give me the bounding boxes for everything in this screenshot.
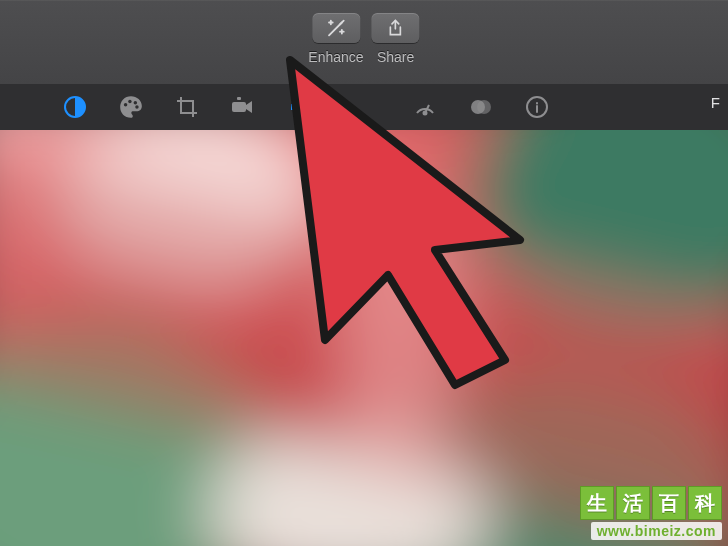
- overlap-icon: [468, 95, 494, 119]
- svg-point-9: [477, 100, 491, 114]
- enhance-label: Enhance: [308, 49, 363, 65]
- speed-tool[interactable]: [412, 94, 438, 120]
- right-indicator: F: [711, 94, 720, 111]
- titlebar-button-group: Enhance Share: [308, 13, 419, 65]
- contrast-icon: [63, 95, 87, 119]
- enhance-group: Enhance: [308, 13, 363, 65]
- share-button[interactable]: [372, 13, 420, 43]
- share-label: Share: [377, 49, 414, 65]
- watermark-chars: 生 活 百 科: [580, 486, 722, 520]
- palette-tool[interactable]: [118, 94, 144, 120]
- overlap-tool[interactable]: [468, 94, 494, 120]
- wm-char-3: 科: [688, 486, 722, 520]
- share-icon: [386, 17, 406, 39]
- video-icon: [230, 95, 256, 119]
- watermark-url: www.bimeiz.com: [591, 522, 722, 540]
- speedometer-icon: [412, 95, 438, 119]
- contrast-tool[interactable]: [62, 94, 88, 120]
- wand-icon: [325, 17, 347, 39]
- audio-tool[interactable]: [286, 94, 312, 120]
- palette-icon: [118, 94, 144, 120]
- audio-icon: [287, 95, 311, 119]
- svg-point-3: [134, 101, 137, 104]
- svg-point-7: [424, 112, 427, 115]
- svg-rect-6: [237, 97, 241, 100]
- wm-char-1: 活: [616, 486, 650, 520]
- wm-char-2: 百: [652, 486, 686, 520]
- crop-icon: [175, 95, 199, 119]
- canvas-area[interactable]: [0, 130, 728, 546]
- info-tool[interactable]: [524, 94, 550, 120]
- crop-tool[interactable]: [174, 94, 200, 120]
- video-tool[interactable]: [230, 94, 256, 120]
- photo-content: [0, 130, 728, 546]
- svg-point-4: [135, 105, 138, 108]
- info-icon: [525, 95, 549, 119]
- svg-rect-5: [232, 102, 246, 112]
- tool-row: [0, 84, 728, 131]
- wm-char-0: 生: [580, 486, 614, 520]
- svg-point-1: [124, 103, 127, 106]
- watermark: 生 活 百 科 www.bimeiz.com: [580, 486, 722, 540]
- svg-point-17: [340, 180, 460, 480]
- app-window: Enhance Share: [0, 0, 728, 546]
- titlebar: Enhance Share: [0, 0, 728, 85]
- share-group: Share: [372, 13, 420, 65]
- svg-point-2: [128, 100, 131, 103]
- enhance-button[interactable]: [312, 13, 360, 43]
